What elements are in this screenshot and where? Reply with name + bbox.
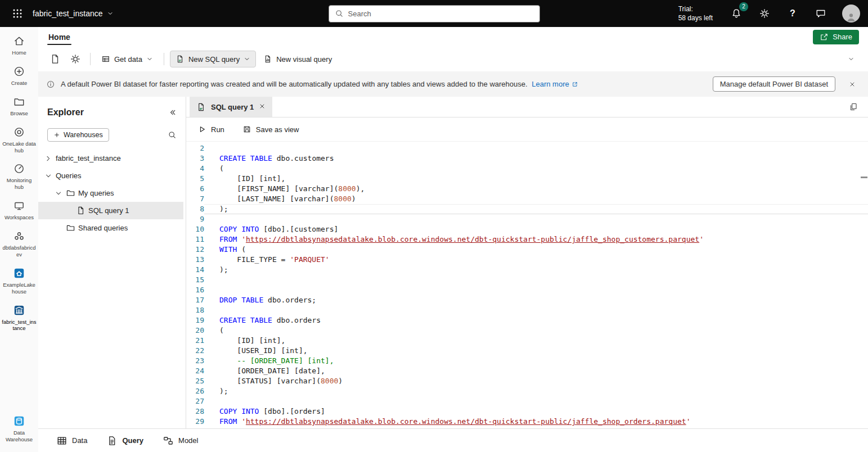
- save-as-view-button[interactable]: Save as view: [242, 125, 299, 134]
- tab-home[interactable]: Home: [47, 29, 71, 46]
- chevron-down-icon[interactable]: [44, 171, 53, 180]
- code-line-24[interactable]: 24 [ORDER_DATE] [date],: [186, 366, 868, 376]
- help-button[interactable]: ?: [786, 7, 799, 20]
- line-number: 23: [186, 356, 204, 366]
- code-line-28[interactable]: 28COPY INTO [dbo].[orders]: [186, 406, 868, 417]
- rail-item-create[interactable]: Create: [0, 61, 38, 91]
- code-line-23[interactable]: 23 -- [ORDER_DATE] [int],: [186, 356, 868, 366]
- rail-item-fabric-test-instance[interactable]: fabric_test_instance: [0, 300, 38, 337]
- model-icon: [163, 435, 174, 446]
- chevron-down-icon: [848, 56, 854, 62]
- code-line-20[interactable]: 20(: [186, 326, 868, 336]
- rail-item-dbtlabsfabricdev[interactable]: dbtlabsfabricdev: [0, 225, 38, 263]
- share-button[interactable]: Share: [813, 30, 859, 44]
- rail-item-workspaces[interactable]: Workspaces: [0, 195, 38, 225]
- rail-item-onelake-data-hub[interactable]: OneLake data hub: [0, 121, 38, 159]
- tree-item-label: Queries: [56, 171, 82, 180]
- ribbon-toolbar: Get data New SQL query New visual query: [38, 47, 868, 71]
- collapse-ribbon-button[interactable]: [842, 50, 860, 68]
- line-number: 13: [186, 255, 204, 265]
- code-line-25[interactable]: 25 [STATUS] [varchar](8000): [186, 376, 868, 386]
- line-number: 21: [186, 336, 204, 346]
- code-line-8[interactable]: 8);: [186, 204, 868, 214]
- rail-item-examplelakehouse[interactable]: ExampleLakehouse: [0, 263, 38, 300]
- bottom-tab-query[interactable]: Query: [106, 435, 143, 446]
- code-line-17[interactable]: 17DROP TABLE dbo.orders;: [186, 295, 868, 305]
- settings-button[interactable]: [758, 7, 771, 20]
- tree-item-shared-queries[interactable]: Shared queries: [38, 219, 183, 237]
- tree-item-fabric-test-instance[interactable]: fabric_test_instance: [38, 150, 183, 167]
- code-line-3[interactable]: 3CREATE TABLE dbo.customers: [186, 153, 868, 164]
- sql-file-icon: [176, 55, 185, 64]
- datawarehouse-icon: [13, 415, 25, 427]
- rail-item-monitoring-hub[interactable]: Monitoring hub: [0, 158, 38, 195]
- tree-item-my-queries[interactable]: My queries: [38, 184, 183, 202]
- new-visual-query-button[interactable]: New visual query: [258, 51, 337, 67]
- line-number: 22: [186, 346, 204, 356]
- code-line-29[interactable]: 29FROM 'https://dbtlabsynapsedatalake.bl…: [186, 417, 868, 427]
- code-line-19[interactable]: 19CREATE TABLE dbo.orders: [186, 315, 868, 326]
- banner-close-button[interactable]: [844, 76, 860, 92]
- line-number: 7: [186, 194, 204, 204]
- new-report-button[interactable]: [46, 50, 64, 68]
- rail-item-home[interactable]: Home: [0, 30, 38, 61]
- code-line-27[interactable]: 27: [186, 396, 868, 406]
- query-tab-sql-query-1[interactable]: SQL query 1: [190, 97, 272, 117]
- code-line-10[interactable]: 10COPY INTO [dbo].[customers]: [186, 224, 868, 234]
- line-number: 11: [186, 234, 204, 245]
- run-label: Run: [211, 125, 224, 134]
- avatar[interactable]: [842, 4, 860, 22]
- new-sql-query-button[interactable]: New SQL query: [170, 51, 256, 67]
- close-tab-button[interactable]: [259, 103, 266, 111]
- code-line-5[interactable]: 5 [ID] [int],: [186, 174, 868, 184]
- bottom-tab-model[interactable]: Model: [163, 435, 198, 446]
- chevron-down-icon[interactable]: [54, 189, 63, 198]
- chevron-right-icon[interactable]: [44, 154, 53, 163]
- code-line-7[interactable]: 7 [LAST_NAME] [varchar](8000): [186, 194, 868, 204]
- view-switcher: DataQueryModel: [38, 428, 868, 452]
- warehouse-settings-button[interactable]: [66, 50, 84, 68]
- code-line-12[interactable]: 12WITH (: [186, 245, 868, 255]
- code-line-9[interactable]: 9: [186, 214, 868, 224]
- code-line-11[interactable]: 11FROM 'https://dbtlabsynapsedatalake.bl…: [186, 234, 868, 245]
- code-line-14[interactable]: 14);: [186, 265, 868, 275]
- code-line-15[interactable]: 15: [186, 275, 868, 285]
- notifications-button[interactable]: 2: [730, 7, 743, 20]
- code-line-13[interactable]: 13 FILE_TYPE = 'PARQUET': [186, 255, 868, 265]
- workspace-switcher[interactable]: fabric_test_instance: [33, 9, 114, 18]
- manage-dataset-button[interactable]: Manage default Power BI dataset: [713, 76, 835, 92]
- sql-code-editor[interactable]: 23CREATE TABLE dbo.customers4(5 [ID] [in…: [186, 141, 868, 428]
- tree-item-queries[interactable]: Queries: [38, 167, 183, 184]
- code-line-16[interactable]: 16: [186, 285, 868, 295]
- collapse-explorer-button[interactable]: [164, 105, 180, 120]
- rail-item-label: Workspaces: [5, 214, 34, 221]
- bottom-tab-data[interactable]: Data: [56, 435, 87, 446]
- get-data-button[interactable]: Get data: [96, 51, 158, 67]
- app-launcher-button[interactable]: [8, 4, 27, 23]
- explorer-search-button[interactable]: [164, 127, 180, 143]
- explorer-panel: Explorer Warehouses fabric_test_instance…: [38, 97, 186, 428]
- learn-more-link[interactable]: Learn more: [532, 80, 578, 88]
- rail-item-label: Data Warehouse: [2, 430, 37, 443]
- copy-button[interactable]: [845, 99, 861, 115]
- add-warehouses-button[interactable]: Warehouses: [47, 128, 109, 142]
- tree-item-sql-query-1[interactable]: SQL query 1: [38, 202, 183, 219]
- workspace-name: fabric_test_instance: [33, 9, 103, 18]
- global-search[interactable]: [329, 5, 540, 22]
- run-button[interactable]: Run: [197, 125, 224, 134]
- feedback-button[interactable]: [814, 7, 827, 20]
- notification-badge: 2: [739, 2, 748, 11]
- query-tab-strip: SQL query 1: [186, 97, 868, 117]
- code-line-26[interactable]: 26);: [186, 386, 868, 396]
- code-line-6[interactable]: 6 [FIRST_NAME] [varchar](8000),: [186, 184, 868, 194]
- code-line-22[interactable]: 22 [USER_ID] [int],: [186, 346, 868, 356]
- code-line-2[interactable]: 2: [186, 143, 868, 153]
- rail-item-browse[interactable]: Browse: [0, 91, 38, 121]
- line-number: 20: [186, 326, 204, 336]
- rail-item-data-warehouse[interactable]: Data Warehouse: [0, 410, 38, 448]
- code-line-4[interactable]: 4(: [186, 164, 868, 174]
- line-number: 24: [186, 366, 204, 376]
- search-input[interactable]: [348, 10, 534, 18]
- code-line-21[interactable]: 21 [ID] [int],: [186, 336, 868, 346]
- code-line-18[interactable]: 18: [186, 305, 868, 315]
